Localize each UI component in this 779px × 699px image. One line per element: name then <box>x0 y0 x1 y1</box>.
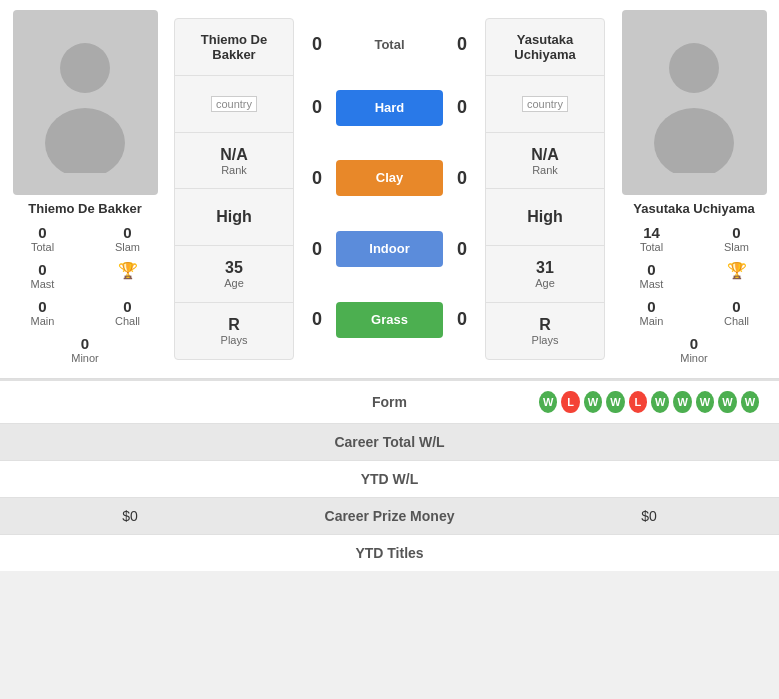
left-minor-label: Minor <box>45 352 126 364</box>
left-trophy-icon: 🏆 <box>118 262 138 279</box>
form-badge-w: W <box>584 391 602 413</box>
left-mast-label: Mast <box>2 278 83 290</box>
right-minor-cell: 0 Minor <box>652 331 737 368</box>
form-badge-w: W <box>606 391 624 413</box>
right-name-detail: YasutakaUchiyama <box>514 32 575 62</box>
left-player-avatar <box>13 10 158 195</box>
svg-point-0 <box>60 43 110 93</box>
indoor-row: 0 Indoor 0 <box>302 231 477 267</box>
grass-score-left: 0 <box>302 309 332 330</box>
clay-button[interactable]: Clay <box>336 160 443 196</box>
svg-point-3 <box>654 108 734 173</box>
hard-score-right: 0 <box>447 97 477 118</box>
right-trophy-cell: 🏆 <box>694 257 779 294</box>
left-age-row: 35 Age <box>175 246 293 303</box>
right-details-panel: YasutakaUchiyama country N/A Rank High 3… <box>485 18 605 360</box>
right-country-flag: country <box>522 96 568 112</box>
left-chall-cell: 0 Chall <box>85 294 170 331</box>
total-score-right: 0 <box>447 34 477 55</box>
right-total-value: 14 <box>611 224 692 241</box>
clay-score-left: 0 <box>302 168 332 189</box>
career-prize-row: $0 Career Prize Money $0 <box>0 498 779 535</box>
left-plays-label: Plays <box>221 334 248 346</box>
hard-score-left: 0 <box>302 97 332 118</box>
right-player-stats: 14 Total 0 Slam 0 Mast 🏆 0 Main <box>609 220 779 368</box>
right-name-row: YasutakaUchiyama <box>486 19 604 76</box>
left-country-row: country <box>175 76 293 133</box>
form-badge-w: W <box>718 391 736 413</box>
right-minor-label: Minor <box>654 352 735 364</box>
right-main-cell: 0 Main <box>609 294 694 331</box>
left-mast-value: 0 <box>2 261 83 278</box>
left-total-cell: 0 Total <box>0 220 85 257</box>
right-chall-label: Chall <box>696 315 777 327</box>
career-prize-label: Career Prize Money <box>240 508 539 524</box>
court-section: 0 Total 0 0 Hard 0 0 Clay 0 0 Indoor 0 0 <box>298 10 481 368</box>
career-wl-label: Career Total W/L <box>240 434 539 450</box>
total-label: Total <box>374 37 404 52</box>
left-name-detail: Thiemo DeBakker <box>201 32 267 62</box>
left-player-stats: 0 Total 0 Slam 0 Mast 🏆 0 Main <box>0 220 170 368</box>
right-age-value: 31 <box>536 259 554 277</box>
grass-score-right: 0 <box>447 309 477 330</box>
left-age-label: Age <box>224 277 244 289</box>
form-badge-w: W <box>741 391 759 413</box>
right-age-label: Age <box>535 277 555 289</box>
left-country-flag: country <box>211 96 257 112</box>
career-prize-right: $0 <box>539 508 759 524</box>
form-badges-container: WLWWLWWWWW <box>539 391 759 413</box>
indoor-score-left: 0 <box>302 239 332 260</box>
left-player-name: Thiemo De Bakker <box>24 201 145 216</box>
right-slam-cell: 0 Slam <box>694 220 779 257</box>
form-badge-l: L <box>561 391 579 413</box>
grass-button[interactable]: Grass <box>336 302 443 338</box>
form-badge-w: W <box>696 391 714 413</box>
hard-row: 0 Hard 0 <box>302 90 477 126</box>
right-chall-value: 0 <box>696 298 777 315</box>
left-minor-cell: 0 Minor <box>43 331 128 368</box>
left-high-row: High <box>175 189 293 246</box>
left-details-panel: Thiemo DeBakker country N/A Rank High 35… <box>174 18 294 360</box>
left-chall-label: Chall <box>87 315 168 327</box>
right-plays-label: Plays <box>532 334 559 346</box>
right-plays-value: R <box>539 316 551 334</box>
indoor-button[interactable]: Indoor <box>336 231 443 267</box>
right-rank-label: Rank <box>532 164 558 176</box>
left-slam-value: 0 <box>87 224 168 241</box>
hard-button[interactable]: Hard <box>336 90 443 126</box>
form-row: Form WLWWLWWWWW <box>0 381 779 424</box>
grass-row: 0 Grass 0 <box>302 302 477 338</box>
clay-score-right: 0 <box>447 168 477 189</box>
left-player-card: Thiemo De Bakker 0 Total 0 Slam 0 Mast 🏆 <box>0 10 170 368</box>
left-name-row: Thiemo DeBakker <box>175 19 293 76</box>
left-rank-value: N/A <box>220 146 248 164</box>
form-center-label: Form <box>240 394 539 410</box>
ytd-wl-label: YTD W/L <box>240 471 539 487</box>
left-plays-value: R <box>228 316 240 334</box>
left-rank-label: Rank <box>221 164 247 176</box>
form-badge-l: L <box>629 391 647 413</box>
left-trophy-cell: 🏆 <box>85 257 170 294</box>
right-high-row: High <box>486 189 604 246</box>
svg-point-2 <box>669 43 719 93</box>
right-high-value: High <box>527 208 563 226</box>
left-chall-value: 0 <box>87 298 168 315</box>
total-score-row: 0 Total 0 <box>302 34 477 55</box>
indoor-score-right: 0 <box>447 239 477 260</box>
total-score-left: 0 <box>302 34 332 55</box>
right-main-value: 0 <box>611 298 692 315</box>
right-main-label: Main <box>611 315 692 327</box>
right-age-row: 31 Age <box>486 246 604 303</box>
right-rank-row: N/A Rank <box>486 133 604 190</box>
right-minor-value: 0 <box>654 335 735 352</box>
right-player-name: Yasutaka Uchiyama <box>629 201 758 216</box>
form-badges: WLWWLWWWWW <box>539 391 759 413</box>
left-mast-cell: 0 Mast <box>0 257 85 294</box>
right-mast-cell: 0 Mast <box>609 257 694 294</box>
right-slam-label: Slam <box>696 241 777 253</box>
ytd-titles-label: YTD Titles <box>240 545 539 561</box>
form-badge-w: W <box>651 391 669 413</box>
right-player-avatar <box>622 10 767 195</box>
right-rank-value: N/A <box>531 146 559 164</box>
right-total-label: Total <box>611 241 692 253</box>
